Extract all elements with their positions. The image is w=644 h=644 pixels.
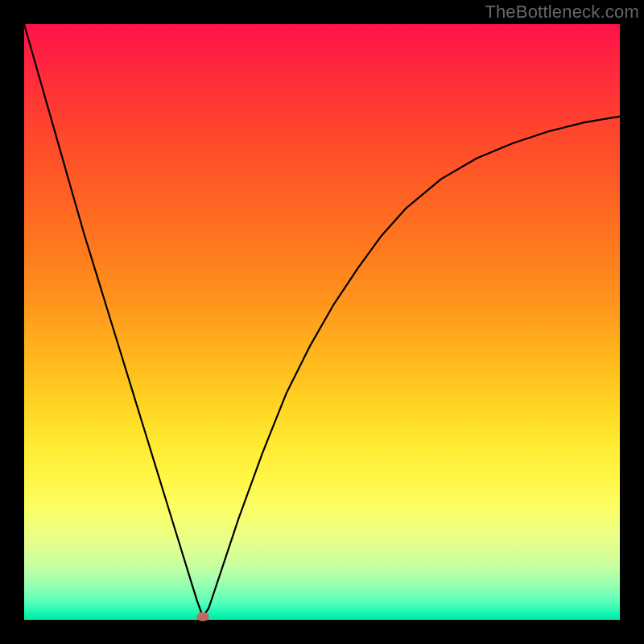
bottleneck-curve [24,24,620,617]
curve-layer [24,24,620,620]
chart-container: TheBottleneck.com [0,0,644,644]
watermark-text: TheBottleneck.com [485,2,639,23]
minimum-marker [197,613,209,621]
